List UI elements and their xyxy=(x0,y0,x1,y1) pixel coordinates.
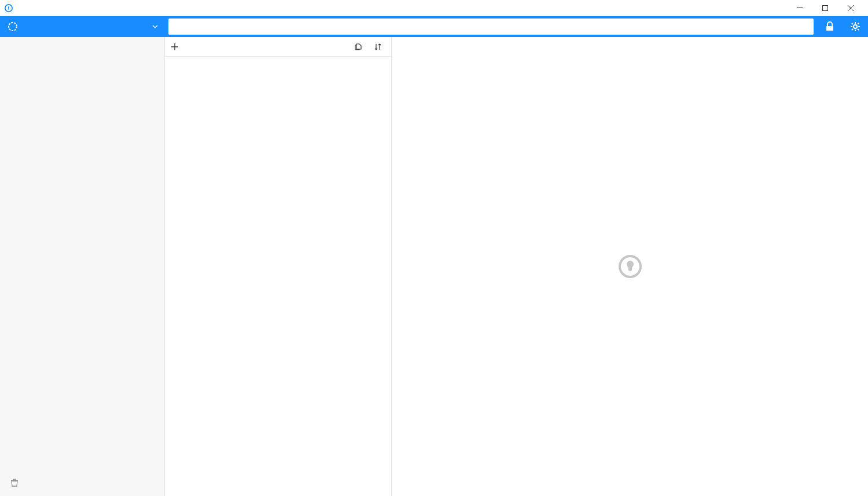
window-close-button[interactable] xyxy=(838,0,863,16)
list-toolbar xyxy=(165,37,391,57)
item-scroll[interactable] xyxy=(165,57,391,496)
item-list-pane xyxy=(165,37,392,496)
svg-point-4 xyxy=(9,23,17,31)
lock-button[interactable] xyxy=(817,16,843,37)
svg-point-6 xyxy=(854,25,857,28)
window-titlebar xyxy=(0,0,868,16)
svg-line-13 xyxy=(852,29,853,30)
svg-rect-5 xyxy=(826,26,833,31)
sidebar xyxy=(0,37,165,496)
sidebar-categories-header xyxy=(0,44,164,51)
sidebar-trash[interactable] xyxy=(0,473,164,493)
svg-rect-3 xyxy=(823,5,828,10)
copy-button[interactable] xyxy=(354,43,366,51)
new-item-button[interactable] xyxy=(171,43,182,51)
svg-line-12 xyxy=(858,29,859,30)
search-input[interactable] xyxy=(174,22,808,31)
settings-button[interactable] xyxy=(843,16,868,37)
window-maximize-button[interactable] xyxy=(812,0,838,16)
vault-ring-icon xyxy=(7,21,19,32)
sort-button[interactable] xyxy=(374,43,385,51)
svg-rect-1 xyxy=(8,6,9,9)
svg-line-14 xyxy=(858,23,859,24)
brand-watermark xyxy=(617,255,643,278)
app-header xyxy=(0,16,868,37)
sidebar-tags-header xyxy=(0,58,164,65)
window-minimize-button[interactable] xyxy=(787,0,812,16)
search-field[interactable] xyxy=(168,18,814,35)
detail-pane xyxy=(392,37,868,496)
keyhole-icon xyxy=(619,255,642,278)
chevron-down-icon xyxy=(152,21,158,32)
vault-selector[interactable] xyxy=(0,16,165,37)
app-logo-icon xyxy=(5,4,13,12)
trash-icon xyxy=(8,478,21,487)
svg-rect-2 xyxy=(797,8,803,8)
svg-line-11 xyxy=(852,23,853,24)
